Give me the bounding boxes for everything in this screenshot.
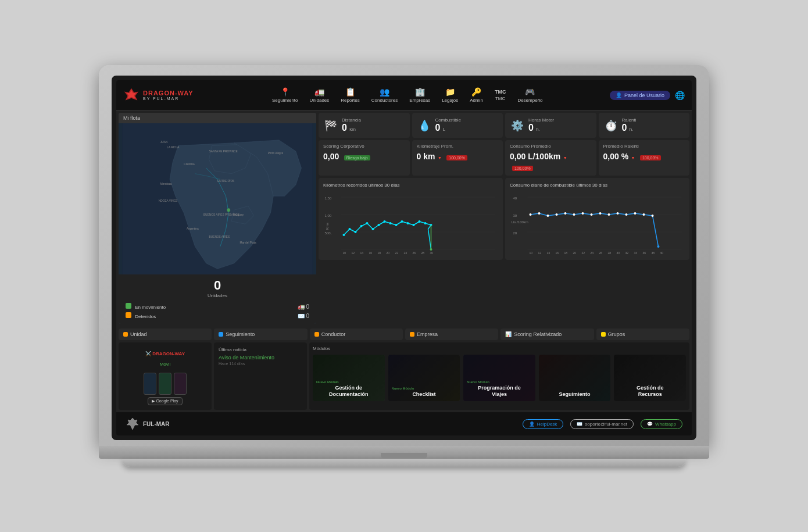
stopped-label: Detenidos (135, 314, 156, 319)
stopped-indicator: Detenidos (126, 312, 156, 319)
helpdesk-label: HelpDesk (537, 422, 557, 427)
whatsapp-icon: 💬 (647, 422, 653, 427)
svg-text:26: 26 (413, 251, 416, 255)
module-gestion-doc-badge: Nuevo Módulo (316, 380, 381, 384)
nav-admin[interactable]: 🔑 Admin (465, 85, 488, 105)
map-title: Mi flota (123, 115, 140, 121)
svg-point-71 (608, 213, 610, 216)
scoring-ralenti-value-row: 0,00 % ▼ 100,00% (603, 151, 685, 162)
svg-text:18: 18 (564, 251, 568, 255)
tab-grupos[interactable]: Grupos (596, 329, 689, 340)
module-checklist[interactable]: Nuevo Módulo Checklist (388, 355, 460, 401)
svg-text:16: 16 (369, 251, 373, 255)
score-consumo: Consumo Promedio 0,00 L/100km ▼ 100,00% (505, 140, 596, 176)
units-count: 0 (123, 278, 312, 293)
nav-empresas[interactable]: 🏢 Empresas (405, 85, 435, 105)
module-seguimiento[interactable]: Seguimiento (539, 355, 611, 401)
laptop-body: DRAGON-WAY BY FUL-MAR 📍 Seguimiento 🚛 Un… (99, 65, 709, 446)
svg-text:ENTRE RÍOS: ENTRE RÍOS (217, 179, 234, 183)
combustible-unit: L (443, 127, 445, 132)
screen: DRAGON-WAY BY FUL-MAR 📍 Seguimiento 🚛 Un… (116, 80, 692, 435)
module-programacion[interactable]: Nuevo Módulo Programación deViajes (463, 355, 535, 401)
fulmar-logo-icon (126, 417, 140, 431)
laptop-hinge (381, 453, 427, 459)
seguimiento-icon: 📍 (280, 87, 290, 97)
distancia-value-row: 0 km (342, 123, 361, 133)
main-content: Mi flota (116, 110, 692, 326)
module-seguimiento-name: Seguimiento (542, 391, 607, 398)
map-header: Mi flota (119, 113, 316, 123)
scoring-row: Scoring Corporativo 0,00 Riesgo bajo Kil… (319, 140, 689, 176)
user-panel-button[interactable]: 👤 Panel de Usuario (610, 91, 670, 100)
app-screen-3 (174, 373, 187, 395)
admin-icon: 🔑 (471, 87, 481, 97)
horas-motor-unit: h. (536, 127, 540, 132)
ralenti-label: Ralenti (622, 117, 637, 123)
module-programacion-name: Programación deViajes (467, 385, 532, 398)
distancia-icon: 🏁 (324, 119, 337, 132)
svg-text:24: 24 (591, 251, 594, 255)
svg-text:NDOZA VINCE: NDOZA VINCE (159, 199, 178, 202)
tab-unidad-dot (123, 332, 128, 337)
nav-desempeno[interactable]: 🎮 Desempeño (513, 85, 547, 105)
tab-empresa-dot (410, 332, 414, 337)
units-label: Unidades (123, 293, 312, 298)
brand-subtitle: BY FUL-MAR (143, 97, 194, 101)
nav-legajos[interactable]: 📁 Legajos (437, 85, 463, 105)
tab-empresa[interactable]: Empresa (405, 329, 498, 340)
stopped-dot (126, 312, 131, 318)
scoring-kilometraje-badge: 100,00% (446, 155, 467, 160)
svg-point-29 (366, 222, 369, 224)
nav-seguimiento[interactable]: 📍 Seguimiento (267, 85, 302, 105)
svg-point-39 (424, 222, 427, 224)
news-title-link[interactable]: Aviso de Mantenimiento (219, 355, 302, 360)
module-gestion-rec-overlay: Gestión deRecursos (614, 355, 686, 401)
ralenti-value: 0 (622, 123, 627, 133)
tab-scoring-rel[interactable]: 📊 Scoring Relativizado (500, 329, 594, 340)
nav-conductores[interactable]: 👥 Conductores (367, 85, 402, 105)
scoring-corporativo-value-row: 0,00 Riesgo bajo (323, 151, 405, 162)
legajos-label: Legajos (442, 98, 458, 103)
svg-text:Lts./100km: Lts./100km (512, 220, 528, 224)
svg-text:30: 30 (430, 251, 434, 255)
tab-seguimiento-dot (219, 332, 223, 337)
whatsapp-button[interactable]: 💬 Whatsapp (641, 419, 682, 429)
email-button[interactable]: ✉️ soporte@ful-mar.net (570, 419, 634, 429)
modules-panel: Módulos Nuevo Módulo Gestión deDocumenta… (309, 342, 689, 410)
logo-area: DRAGON-WAY BY FUL-MAR (123, 87, 194, 103)
nav-reportes[interactable]: 📋 Reportes (336, 85, 364, 105)
tmc-icon: TMC (495, 89, 506, 95)
module-gestion-doc[interactable]: Nuevo Módulo Gestión deDocumentación (313, 355, 385, 401)
svg-point-34 (395, 224, 398, 226)
tab-conductor[interactable]: Conductor (310, 329, 403, 340)
svg-text:10: 10 (343, 251, 346, 255)
footer-logo: FUL-MAR (126, 417, 170, 431)
svg-text:18: 18 (378, 251, 381, 255)
tab-seguimiento[interactable]: Seguimiento (214, 329, 307, 340)
module-gestion-rec[interactable]: Gestión deRecursos (614, 355, 686, 401)
nav-unidades[interactable]: 🚛 Unidades (305, 85, 334, 105)
distancia-unit: km (349, 127, 356, 132)
tab-seguimiento-label: Seguimiento (226, 331, 255, 337)
svg-point-36 (407, 222, 409, 224)
svg-text:40: 40 (660, 251, 664, 255)
svg-point-70 (599, 212, 602, 215)
chart-km-svg: 1,50 1,00 500, (323, 191, 498, 255)
helpdesk-button[interactable]: 👤 HelpDesk (523, 419, 564, 429)
trend-down-icon-3: ▼ (631, 156, 635, 160)
laptop-container: DRAGON-WAY BY FUL-MAR 📍 Seguimiento 🚛 Un… (99, 65, 709, 467)
tab-unidad[interactable]: Unidad (119, 329, 212, 340)
stopped-count: 0 (306, 313, 309, 319)
app-promo-logo: ⚔️ DRAGON-WAY Móvil (145, 347, 185, 368)
language-icon[interactable]: 🌐 (675, 91, 685, 100)
stat-combustible-content: Combustible 0 L (435, 117, 461, 133)
map-panel: Mi flota (119, 113, 316, 324)
nav-tmc[interactable]: TMC TMC (490, 87, 511, 103)
svg-text:1,00: 1,00 (325, 214, 332, 217)
app-screens-row (144, 373, 187, 395)
chart-consumo-title: Consumo diario de combustible últimos 30… (510, 183, 685, 188)
scoring-consumo-value-row: 0,00 L/100km ▼ 100,00% (510, 151, 592, 172)
google-play-button[interactable]: ▶ Google Play (148, 397, 182, 405)
tab-unidad-label: Unidad (130, 331, 147, 337)
ralenti-unit: h. (630, 127, 634, 132)
